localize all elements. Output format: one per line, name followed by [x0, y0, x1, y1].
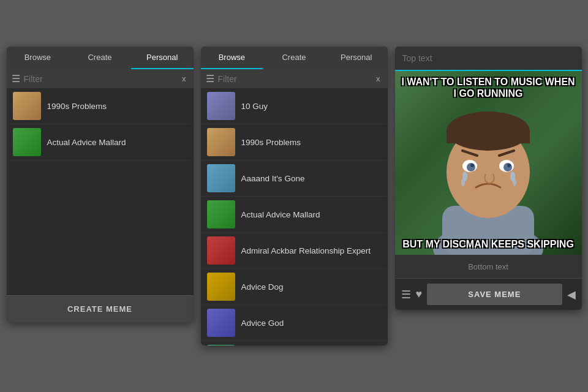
- preview-actions: ☰ ♥ SAVE MEME ◀: [395, 278, 582, 310]
- meme-thumb: [13, 92, 41, 120]
- meme-image-area: I WAN'T TO LISTEN TO MUSIC WHEN I GO RUN…: [395, 71, 582, 255]
- tab-browse-left[interactable]: Browse: [7, 47, 69, 69]
- heart-icon[interactable]: ♥: [416, 288, 423, 301]
- list-item[interactable]: Admiral Ackbar Relationship Expert: [201, 233, 388, 269]
- search-input-middle[interactable]: [218, 74, 371, 84]
- meme-label: Actual Advice Mallard: [241, 210, 320, 219]
- bottom-text-label: Bottom text: [468, 262, 508, 271]
- meme-label: Actual Advice Mallard: [47, 138, 126, 147]
- svg-rect-5: [447, 131, 530, 143]
- list-item[interactable]: Advice Dog: [201, 269, 388, 305]
- search-clear-left[interactable]: x: [179, 74, 189, 83]
- top-text-input[interactable]: [402, 53, 575, 63]
- search-input-left[interactable]: [24, 74, 176, 84]
- hamburger-icon-left[interactable]: ☰: [12, 73, 20, 85]
- meme-thumb: [207, 92, 235, 120]
- list-item[interactable]: Actual Advice Mallard: [7, 124, 194, 160]
- tab-bar-left: Browse Create Personal: [7, 47, 194, 69]
- personal-panel: Browse Create Personal ☰ x 1990s Problem…: [7, 47, 194, 322]
- meme-list-middle: 10 Guy 1990s Problems Aaaand It's Gone A…: [201, 88, 388, 345]
- browse-panel: Browse Create Personal ☰ x 10 Guy 1990s …: [201, 47, 388, 345]
- tab-personal-left[interactable]: Personal: [131, 47, 194, 69]
- meme-label: Aaaand It's Gone: [241, 174, 305, 183]
- meme-label: 10 Guy: [241, 102, 268, 111]
- list-item[interactable]: 1990s Problems: [7, 88, 194, 124]
- list-item[interactable]: 1990s Problems: [201, 124, 388, 160]
- list-item[interactable]: Actual Advice Mallard: [201, 197, 388, 233]
- svg-point-12: [470, 164, 474, 167]
- meme-thumb: [207, 273, 235, 301]
- search-bar-left: ☰ x: [7, 69, 194, 88]
- meme-thumb: [207, 236, 235, 265]
- tab-create-left[interactable]: Create: [69, 47, 131, 69]
- list-item[interactable]: Advice God: [201, 305, 388, 341]
- meme-bottom-text: BUT MY DISCMAN KEEPS SKIPPING: [395, 238, 582, 250]
- meme-thumb: [13, 128, 41, 156]
- svg-point-15: [461, 179, 465, 186]
- search-bar-middle: ☰ x: [201, 69, 388, 88]
- svg-point-17: [513, 179, 516, 186]
- meme-thumb: [207, 309, 235, 337]
- meme-thumb: [207, 164, 235, 192]
- svg-point-13: [507, 164, 511, 167]
- meme-list-left: 1990s Problems Actual Advice Mallard: [7, 88, 194, 160]
- meme-top-text: I WAN'T TO LISTEN TO MUSIC WHEN I GO RUN…: [395, 76, 582, 99]
- list-item[interactable]: Advice Yoda Gives: [201, 341, 388, 345]
- create-meme-button[interactable]: CREATE MEME: [7, 295, 194, 322]
- meme-label: 1990s Problems: [241, 138, 301, 147]
- hamburger-icon-preview[interactable]: ☰: [401, 288, 411, 301]
- bottom-text-bar: Bottom text: [395, 255, 582, 278]
- tab-bar-middle: Browse Create Personal: [201, 47, 388, 69]
- meme-label: 1990s Problems: [47, 102, 107, 111]
- meme-label: Advice Dog: [241, 282, 284, 292]
- tab-personal-middle[interactable]: Personal: [325, 47, 388, 69]
- top-text-bar: [395, 47, 582, 71]
- save-meme-button[interactable]: SAVE MEME: [427, 284, 562, 305]
- meme-thumb: [207, 200, 235, 228]
- share-icon[interactable]: ◀: [567, 288, 576, 301]
- search-clear-middle[interactable]: x: [374, 74, 383, 83]
- meme-preview-panel: I WAN'T TO LISTEN TO MUSIC WHEN I GO RUN…: [395, 47, 582, 310]
- meme-label: Admiral Ackbar Relationship Expert: [241, 246, 371, 255]
- tab-create-middle[interactable]: Create: [263, 47, 325, 69]
- meme-thumb: [207, 345, 235, 345]
- meme-character: [409, 77, 568, 255]
- list-item[interactable]: 10 Guy: [201, 88, 388, 124]
- meme-label: Advice God: [241, 318, 284, 328]
- hamburger-icon-middle[interactable]: ☰: [206, 73, 214, 85]
- meme-thumb: [207, 128, 235, 156]
- list-item[interactable]: Aaaand It's Gone: [201, 160, 388, 197]
- tab-browse-middle[interactable]: Browse: [201, 47, 263, 69]
